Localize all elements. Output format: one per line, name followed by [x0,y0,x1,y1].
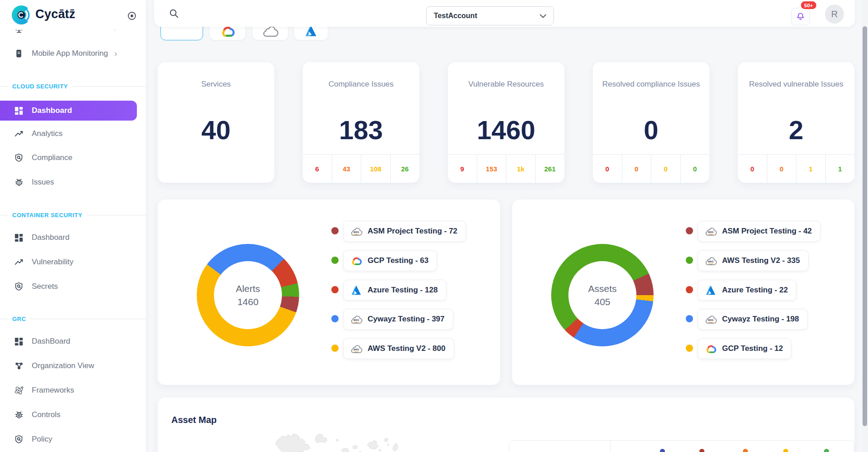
aws-cloud-icon: aws [704,315,717,324]
world-map [248,427,443,452]
dashboard-grid-icon [14,233,24,243]
sidebar-item-secrets[interactable]: Secrets [0,277,146,296]
section-label: GRC [12,316,26,322]
dashboard-grid-icon [14,106,24,116]
sidebar-item-vulnerability[interactable]: Vulnerability [0,252,146,272]
trend-icon [14,129,24,139]
legend-item-asm-project-testing[interactable]: aws ASM Project Testing - 72 [343,221,466,242]
legend-item-aws-testing-v2[interactable]: aws AWS Testing V2 - 800 [343,338,454,359]
legend-dot [331,257,339,264]
stat-title: Services [166,78,266,90]
legend-item-aws-testing-v2[interactable]: aws AWS Testing V2 - 335 [698,250,809,271]
legend-item-asm-project-testing[interactable]: aws ASM Project Testing - 42 [698,221,820,242]
severity-medium-count: 1 [796,155,825,183]
sidebar-item-dashboard-container[interactable]: Dashboard [0,228,146,248]
severity-critical-count: 6 [303,155,332,183]
chevron-down-icon [540,14,546,18]
stat-card-compliance-issues: Compliance Issues 183 6 43 108 26 [303,62,419,183]
legend-item-cywayz-testing[interactable]: aws Cywayz Testing - 198 [698,309,808,330]
sidebar-item-controls[interactable]: Controls [0,405,146,425]
stat-card-vulnerable-resources: Vulnerable Resources 1460 9 153 1k 261 [448,62,564,183]
legend-item-azure-testing[interactable]: Azure Testing - 22 [698,280,796,301]
stat-title: Resolved compliance Issues [601,78,701,90]
map-legend-panel [509,440,854,452]
search-icon[interactable] [169,8,179,19]
severity-breakdown: 0 0 1 1 [738,154,854,183]
topbar: TestAccount 50+ R [154,0,855,27]
severity-high-count: 153 [477,155,506,183]
alerts-chart-card: Alerts 1460 aws ASM Project Testing - 72… [158,199,500,385]
dashboard-grid-icon [14,337,24,346]
avatar-initial: R [831,9,838,19]
donut-center-value: 405 [594,296,610,307]
trend-icon [14,257,24,267]
mobile-icon [14,49,24,58]
severity-critical-count: 9 [448,155,477,183]
sidebar-item-analytics[interactable]: Analytics [0,124,146,144]
stat-title: Resolved vulnerable Issues [746,78,846,90]
sidebar-toggle-icon[interactable] [127,11,136,20]
account-selector-value: TestAccount [434,12,477,20]
sidebar-item-label: Organization View [32,361,94,370]
sidebar-logo-header: Cycātz̄ [0,0,146,30]
map-legend-dot [660,449,665,452]
chevron-right-icon: › [114,49,117,58]
stat-card-services: Services 40 [158,62,274,183]
sidebar-item-label: Compliance [32,153,73,162]
bug-icon [14,410,24,420]
sidebar-item-issues[interactable]: Issues [0,172,146,192]
legend-item-azure-testing[interactable]: Azure Testing - 128 [343,280,446,301]
legend-dot [686,345,693,352]
avatar[interactable]: R [825,5,844,24]
azure-icon [704,285,717,296]
sidebar-item-label: DashBoard [32,337,70,346]
legend-dot [331,227,339,234]
legend-label: GCP Testing - 12 [722,344,783,353]
divider [0,215,8,215]
legend-item-cywayz-testing[interactable]: aws Cywayz Testing - 397 [343,309,453,330]
bell-icon [796,12,805,21]
donut-center-label: Assets [588,283,616,294]
sidebar-item-mobile-app-monitoring[interactable]: Mobile App Monitoring › [0,44,146,63]
aws-cloud-icon [262,24,279,40]
notifications-button[interactable] [791,8,810,25]
sidebar-item-organization-view[interactable]: Organization View [0,356,146,376]
severity-medium-count: 0 [651,155,680,183]
sidebar-section-cloud-security: CLOUD SECURITY [0,80,146,92]
divider [30,319,146,319]
map-legend-dot [824,449,829,452]
stat-value: 2 [738,115,854,145]
sidebar-item-policy[interactable]: Policy [0,429,146,449]
legend-dot [686,227,693,234]
account-selector[interactable]: TestAccount [426,6,554,25]
assets-donut-center: Assets 405 [551,244,654,346]
legend-item-gcp-testing[interactable]: GCP Testing - 63 [343,250,437,271]
sidebar-item-frameworks[interactable]: Frameworks [0,380,146,400]
sidebar-item-dashboard-grc[interactable]: DashBoard [0,331,146,351]
severity-high-count: 0 [767,155,796,183]
sidebar-item-label: Controls [32,410,60,419]
legend-item-gcp-testing[interactable]: GCP Testing - 12 [698,338,791,359]
divider [87,215,146,215]
aws-cloud-icon: aws [350,344,363,353]
sidebar-item-label: Policy [32,435,52,444]
atom-icon [14,385,24,396]
sidebar-item-label: Frameworks [32,386,74,395]
legend-label: GCP Testing - 63 [368,256,428,265]
donut-center-value: 1460 [238,296,259,307]
legend-label: ASM Project Testing - 42 [722,227,812,236]
azure-icon [350,285,363,296]
severity-medium-count: 108 [361,155,390,183]
severity-breakdown: 9 153 1k 261 [448,154,564,183]
sidebar-section-container-security: CONTAINER SECURITY [0,209,146,221]
brand-logo-icon [9,3,34,27]
legend-label: Azure Testing - 22 [722,286,788,295]
gcp-icon [704,344,717,354]
stat-title: Compliance Issues [311,78,411,90]
sidebar-item-dashboard-cloud[interactable]: Dashboard [0,101,137,121]
sidebar-item-compliance[interactable]: Compliance [0,148,146,168]
shield-icon [14,282,24,292]
legend-label: Cywayz Testing - 198 [722,315,799,324]
aws-cloud-icon: aws [704,256,717,265]
scrollbar-thumb[interactable] [863,26,867,426]
